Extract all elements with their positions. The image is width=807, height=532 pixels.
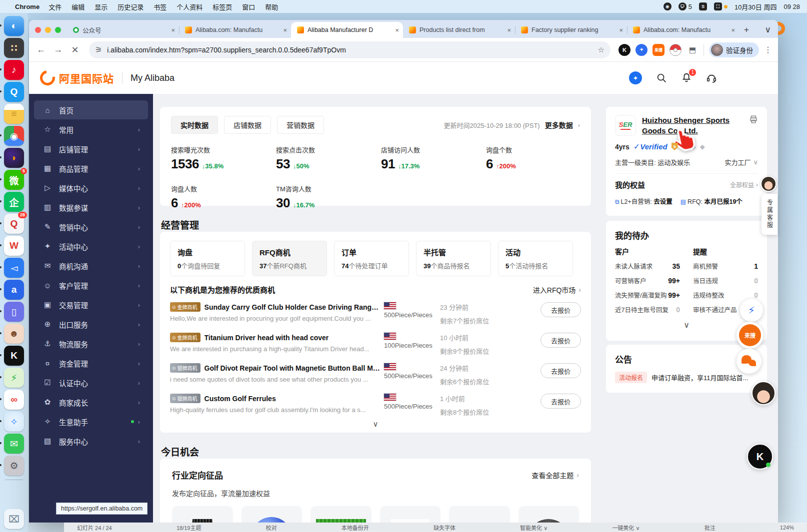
rfq-row[interactable]: 金牌商机 Sunday Carry Golf Club Holder Case … [170, 302, 581, 325]
extensions-puzzle-icon[interactable]: ⬒ [686, 44, 698, 56]
assistant-avatar-float[interactable] [752, 381, 776, 405]
dock-app-icon[interactable]: ☻ [4, 324, 24, 344]
sidebar-item[interactable]: ✎ 营销中心 › [34, 217, 148, 236]
extension-gem-icon[interactable]: ✦ [636, 44, 648, 56]
sidebar-item[interactable]: ▷ 媒体中心 › [34, 178, 148, 197]
dock-app-icon[interactable]: ⚡ [4, 368, 24, 388]
sidebar-item[interactable]: ⊕ 出口服务 › [34, 315, 148, 334]
todo-row[interactable]: 未读人脉请求 35 [615, 261, 680, 271]
quote-button[interactable]: 去报价 [540, 363, 581, 378]
menubar-item[interactable]: 帮助 [265, 2, 278, 11]
tab-close-icon[interactable]: × [283, 26, 287, 34]
quote-button[interactable]: 去报价 [540, 302, 581, 317]
sidebar-item[interactable]: ▥ 数据参谋 › [34, 198, 148, 217]
stats-tab[interactable]: 店铺数据 [224, 116, 271, 134]
dock-app-icon[interactable]: ◉ [4, 126, 24, 146]
menubar-item[interactable]: 文件 [48, 2, 62, 11]
rfq-title[interactable]: Golf Divot Repair Tool with Magnetic But… [204, 364, 380, 372]
more-data-link[interactable]: 更多数据 [545, 120, 573, 130]
biz-shortcut[interactable]: 订单 74个待处理订单 [334, 241, 409, 276]
notifications-bell-icon[interactable]: 1 [681, 72, 692, 83]
back-button[interactable]: ← [35, 44, 47, 55]
dock-app-icon[interactable]: K [4, 346, 24, 366]
product-thumbnail[interactable] [242, 506, 302, 523]
dedicated-service-tab[interactable]: 专属客服 [762, 194, 778, 235]
product-thumbnail[interactable] [380, 506, 441, 523]
todo-row[interactable]: 商机预警 1 [693, 261, 758, 271]
factory-tag[interactable]: 实力工厂∨ [724, 157, 758, 167]
biz-shortcut[interactable]: 询盘 0个询盘待回复 [170, 241, 245, 276]
rfq-market-link[interactable]: 进入RFQ市场› [533, 285, 581, 295]
menubar-item[interactable]: 显示 [94, 2, 108, 11]
browser-tab[interactable]: Factory supplier ranking × [515, 22, 627, 38]
expand-chevron-icon[interactable]: ∨ [615, 320, 758, 330]
rfq-row[interactable]: 银牌商机 Golf Divot Repair Tool with Magneti… [170, 363, 581, 386]
tab-close-icon[interactable]: × [395, 26, 399, 34]
sidebar-item[interactable]: ☆ 常用 › [34, 120, 148, 139]
dock-app-icon[interactable]: W [4, 236, 24, 256]
menubar-time[interactable]: 09 28 [784, 3, 800, 10]
sidebar-item[interactable]: ✧ 生意助手 › [34, 412, 148, 431]
rfq-title[interactable]: Custom Golf Ferrules [204, 395, 276, 403]
menubar-item[interactable]: 标签页 [212, 2, 232, 11]
search-icon[interactable] [656, 72, 667, 83]
zoom-window-button[interactable] [55, 27, 61, 33]
all-rights-link[interactable]: 全部权益› [730, 180, 758, 189]
stats-tab[interactable]: 营销数据 [277, 116, 324, 134]
quote-button[interactable]: 去报价 [540, 333, 581, 348]
sidebar-item[interactable]: ⌂ 首页 [34, 100, 148, 119]
dock-app-icon[interactable]: 企 [4, 192, 24, 212]
browser-tab[interactable]: 公众号 × [67, 22, 179, 38]
sidebar-item[interactable]: ⚓ 物流服务 › [34, 334, 148, 353]
quick-chat-float-button[interactable]: ⚡ [740, 299, 763, 322]
browser-tab[interactable]: Products list direct from × [403, 22, 515, 38]
tab-close-icon[interactable]: × [171, 26, 175, 34]
dock-app-icon[interactable]: ≡ [4, 104, 24, 124]
notice-item[interactable]: 活动报名 申请订单融资，享11月国际站首... [615, 372, 758, 383]
dock-app-icon[interactable]: ◐ [4, 16, 24, 36]
browser-menu-icon[interactable]: ⋮ [764, 45, 772, 54]
dock-app-icon[interactable]: ▯ [4, 302, 24, 322]
printer-icon[interactable] [749, 115, 758, 136]
extension-laisou-icon[interactable]: 来搜 [652, 44, 664, 56]
todo-row[interactable]: 违规待整改 0 [693, 290, 758, 300]
brand-name[interactable]: 阿里国际站 [59, 70, 114, 85]
dock-app-icon[interactable]: 微 5 [4, 170, 24, 190]
tab-search-chevron-icon[interactable]: ∨ [760, 24, 776, 38]
todo-row[interactable]: 近7日待主账号回复 0 [615, 305, 680, 314]
rfq-title[interactable]: Sunday Carry Golf Club Holder Case Drivi… [204, 303, 380, 311]
global-compass-icon[interactable]: ✦ [629, 71, 642, 84]
view-all-themes-link[interactable]: 查看全部主题› [532, 470, 579, 480]
laisou-float-button[interactable]: 来搜 [736, 322, 764, 349]
dock-app-icon[interactable]: ✧ [4, 412, 24, 432]
tab-close-icon[interactable]: × [731, 26, 735, 34]
l2-marketing[interactable]: ⧉L2+自营销: 去设置 [615, 196, 672, 206]
wechat-menubar[interactable]: 🗩5 [678, 2, 692, 10]
site-info-icon[interactable]: ⚞ [95, 45, 102, 54]
product-thumbnail[interactable] [449, 506, 510, 523]
dock-app-icon[interactable]: ⚙ [4, 456, 24, 476]
menubar-item[interactable]: 窗口 [242, 2, 255, 11]
wechat-float-button[interactable] [736, 349, 762, 374]
dock-app-icon[interactable]: Q 28 [4, 214, 24, 234]
minimize-window-button[interactable] [45, 27, 51, 33]
dock-app-icon[interactable]: ✉ [4, 434, 24, 454]
sidebar-item[interactable]: ¤ 资金管理 › [34, 354, 148, 373]
menubar-date[interactable]: 10月30日 周四 [734, 2, 777, 11]
extension-k-icon[interactable]: K [618, 44, 630, 56]
sidebar-item[interactable]: ✿ 商家成长 › [34, 393, 148, 412]
record-icon[interactable]: ◉ [664, 2, 672, 10]
alibaba-logo-icon[interactable] [37, 67, 58, 88]
product-thumbnail[interactable] [172, 506, 233, 523]
sidebar-item[interactable]: ▦ 商品管理 › [34, 159, 148, 178]
dock-app-icon[interactable]: ♪ [4, 60, 24, 80]
sidebar-item[interactable]: ☑ 认证中心 › [34, 373, 148, 392]
dock-app-icon[interactable]: ◅ [4, 258, 24, 278]
k-float-button[interactable]: K [747, 444, 773, 470]
bookmark-star-icon[interactable]: ☆ [598, 45, 604, 54]
biz-shortcut[interactable]: 活动 5个活动待报名 [498, 241, 573, 276]
biz-shortcut[interactable]: RFQ商机 37个新RFQ商机 [252, 241, 327, 276]
profile-chip[interactable]: 验证身份 [709, 42, 759, 57]
product-thumbnail[interactable] [518, 506, 580, 523]
menubar-item[interactable]: 个人资料 [176, 2, 202, 11]
